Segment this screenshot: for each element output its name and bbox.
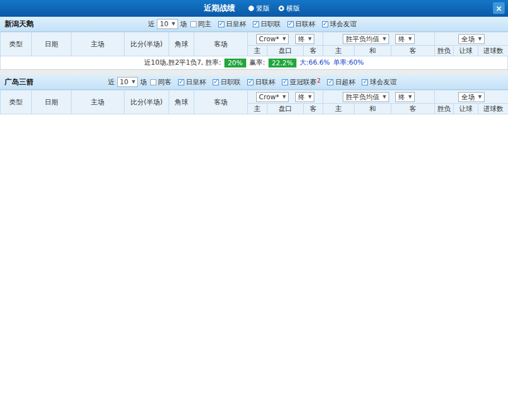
checkbox-checked-icon[interactable] [178, 79, 184, 85]
filter-checkbox-label: 日职联 [261, 20, 281, 29]
radio-unselected-icon[interactable] [248, 6, 254, 11]
filter-checkbox-label: 球会友谊 [330, 20, 357, 29]
col-handicap-result: 让球 [454, 104, 478, 114]
filter-checkbox-label: 球会友谊 [370, 78, 396, 87]
summary-record-text: 近10场,胜2平1负7, 胜率: [144, 58, 221, 67]
filter-checkbox-label: 同客 [158, 78, 171, 87]
chevron-down-icon: ▼ [282, 35, 286, 43]
col-type: 类型 [1, 90, 32, 114]
popup-title: 近期战绩 [204, 3, 235, 13]
chevron-down-icon: ▼ [172, 20, 175, 28]
filter-checkbox[interactable]: 日职联 [213, 78, 241, 87]
checkbox-unchecked-icon[interactable] [150, 79, 156, 85]
avg-stage-select[interactable]: 终▼ [395, 34, 414, 44]
checkbox-unchecked-icon[interactable] [190, 21, 197, 27]
radio-selected-icon[interactable] [279, 6, 284, 11]
filter-checkbox[interactable]: 亚冠联赛2 [282, 78, 320, 87]
col-odds-away: 客 [304, 46, 323, 56]
scope-value: 全场 [461, 93, 475, 101]
odds-stage-value: 终 [298, 35, 305, 43]
filter-checkbox[interactable]: 日皇杯 [218, 20, 246, 29]
bookmaker-value: Crow* [259, 35, 279, 43]
col-corner: 角球 [169, 90, 194, 114]
filter-checkbox[interactable]: 日联杯 [287, 20, 315, 29]
col-avg-home: 主 [323, 104, 354, 114]
scope-select[interactable]: 全场▼ [458, 92, 484, 102]
chevron-down-icon: ▼ [478, 35, 481, 43]
odds-stage-value: 终 [298, 93, 305, 101]
match-count-select[interactable]: 10▼ [117, 77, 138, 87]
avg-stage-value: 终 [398, 93, 405, 101]
odd-rate-text: 单率:60% [333, 58, 364, 67]
col-handicap: 盘口 [267, 46, 304, 56]
chevron-down-icon: ▼ [382, 35, 386, 43]
stats-summary: 近10场,胜2平1负7, 胜率: 20% 赢率: 22.2% 大:66.6% 单… [0, 56, 508, 70]
layout-option-horizontal[interactable]: 横版 [279, 4, 300, 13]
filter-checkbox[interactable]: 日职联 [253, 20, 281, 29]
checkbox-checked-icon[interactable] [213, 79, 219, 85]
checkbox-checked-icon[interactable] [322, 21, 328, 27]
filter-checkbox-suffix: 2 [317, 78, 320, 84]
matches-table-team1: 类型 日期 主场 比分(半场) 角球 客场 Crow*▼ 终▼ 胜平负均值▼ 终… [0, 32, 508, 56]
odds-stage-select[interactable]: 终▼ [295, 92, 314, 102]
avg-odds-group: 胜平负均值▼ 终▼ [323, 90, 435, 104]
filter-checkbox[interactable]: 球会友谊 [322, 20, 357, 29]
filter-checkbox-label: 同主 [198, 20, 212, 29]
col-avg-home: 主 [323, 46, 354, 56]
col-away: 客场 [194, 90, 248, 114]
avg-stage-value: 终 [398, 35, 405, 43]
section-team-name: 广岛三箭 [4, 77, 33, 87]
checkbox-checked-icon[interactable] [247, 79, 253, 85]
chevron-down-icon: ▼ [282, 93, 286, 101]
checkbox-checked-icon[interactable] [362, 79, 368, 85]
chevron-down-icon: ▼ [308, 35, 311, 43]
checkbox-checked-icon[interactable] [287, 21, 294, 27]
avg-odds-select[interactable]: 胜平负均值▼ [343, 92, 389, 102]
unit-label: 场 [140, 78, 147, 87]
close-icon[interactable]: × [493, 2, 505, 14]
filter-checkbox-label: 亚冠联赛 [290, 78, 317, 87]
filter-checkbox[interactable]: 日联杯 [247, 78, 275, 87]
avg-odds-select[interactable]: 胜平负均值▼ [343, 34, 389, 44]
bookmaker-select[interactable]: Crow*▼ [256, 92, 289, 102]
section-header-team2: 广岛三箭 近 10▼ 场 同客日皇杯日职联日联杯亚冠联赛2日超杯球会友谊 [0, 75, 508, 90]
scope-value: 全场 [461, 35, 475, 43]
layout-option-vertical[interactable]: 竖版 [248, 4, 270, 13]
radio-label-vertical: 竖版 [256, 4, 270, 13]
checkbox-checked-icon[interactable] [218, 21, 224, 27]
filter-checkbox-label: 日超杯 [335, 78, 355, 87]
col-handicap: 盘口 [267, 104, 304, 114]
checkbox-checked-icon[interactable] [327, 79, 333, 85]
bookmaker-select[interactable]: Crow*▼ [256, 34, 289, 44]
avg-odds-value: 胜平负均值 [346, 35, 379, 43]
filter-checkbox[interactable]: 同主 [190, 20, 212, 29]
scope-select[interactable]: 全场▼ [458, 34, 484, 44]
popup-titlebar: 近期战绩 竖版 横版 × [0, 0, 508, 17]
match-count-select[interactable]: 10▼ [157, 19, 178, 29]
filter-checkbox-label: 日联杯 [295, 20, 315, 29]
result-group: 全场▼ [435, 32, 508, 46]
filter-checkbox[interactable]: 日皇杯 [178, 78, 206, 87]
filter-checkbox[interactable]: 同客 [150, 78, 171, 87]
avg-odds-value: 胜平负均值 [346, 93, 379, 101]
filter-checkbox[interactable]: 日超杯 [327, 78, 355, 87]
chevron-down-icon: ▼ [408, 35, 411, 43]
avg-stage-select[interactable]: 终▼ [395, 92, 414, 102]
col-goals-result: 进球数 [478, 46, 508, 56]
handicap-odds-group: Crow*▼ 终▼ [248, 32, 323, 46]
match-count-value: 10 [160, 20, 168, 28]
section-header-team1: 新潟天鹅 近 10▼ 场 同主日皇杯日职联日联杯球会友谊 [0, 17, 508, 32]
matches-table-team2: 类型 日期 主场 比分(半场) 角球 客场 Crow*▼ 终▼ 胜平负均值▼ 终… [0, 90, 508, 114]
competition-filter-list: 同主日皇杯日职联日联杯球会友谊 [187, 20, 360, 29]
odds-stage-select[interactable]: 终▼ [295, 34, 314, 44]
checkbox-checked-icon[interactable] [282, 79, 288, 85]
near-label: 近 [148, 20, 155, 29]
radio-label-horizontal: 横版 [286, 4, 300, 13]
col-away: 客场 [194, 32, 248, 56]
filter-checkbox[interactable]: 球会友谊 [362, 78, 396, 87]
summary-winrate-label: 赢率: [250, 58, 265, 67]
col-home: 主场 [71, 32, 124, 56]
avg-odds-group: 胜平负均值▼ 终▼ [323, 32, 435, 46]
checkbox-checked-icon[interactable] [253, 21, 259, 27]
bookmaker-value: Crow* [259, 93, 279, 101]
